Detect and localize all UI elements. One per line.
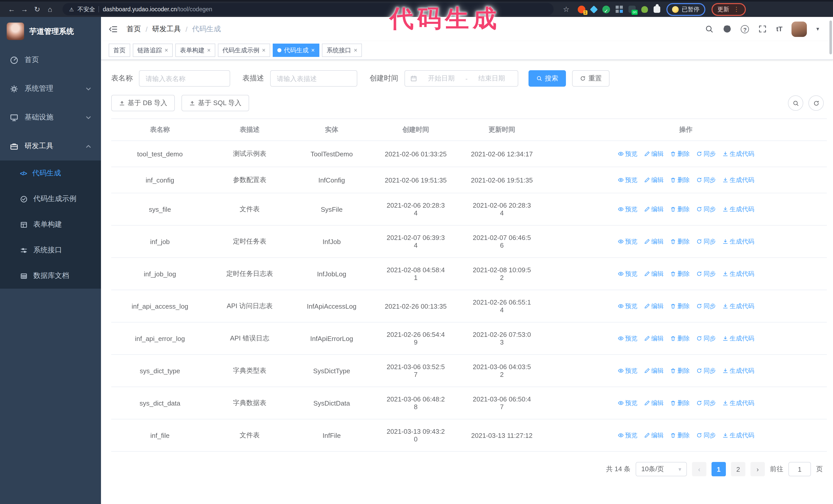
sidebar-item-system[interactable]: 系统管理	[0, 74, 101, 103]
preview-link[interactable]: 预览	[617, 175, 638, 184]
delete-link[interactable]: 删除	[670, 366, 690, 375]
generate-code-link[interactable]: 生成代码	[722, 237, 754, 246]
sidebar-item-infra[interactable]: 基础设施	[0, 103, 101, 132]
tab-codegen[interactable]: 代码生成×	[273, 44, 319, 57]
sync-link[interactable]: 同步	[696, 205, 716, 214]
import-sql-button[interactable]: 基于 SQL 导入	[182, 95, 249, 111]
breadcrumb-devtools[interactable]: 研发工具	[152, 24, 181, 33]
page-button-1[interactable]: 1	[712, 462, 726, 476]
sidebar-item-codegen-example[interactable]: 代码生成示例	[0, 186, 101, 212]
generate-code-link[interactable]: 生成代码	[722, 366, 754, 375]
prev-page-button[interactable]: ‹	[692, 462, 706, 476]
page-button-2[interactable]: 2	[731, 462, 745, 476]
preview-link[interactable]: 预览	[617, 431, 638, 440]
generate-code-link[interactable]: 生成代码	[722, 399, 754, 407]
collapse-sidebar-icon[interactable]	[109, 24, 118, 33]
delete-link[interactable]: 删除	[670, 399, 690, 407]
font-size-icon[interactable]: tT	[776, 25, 783, 33]
delete-link[interactable]: 删除	[670, 431, 690, 440]
goto-page-input[interactable]	[788, 462, 811, 476]
edit-link[interactable]: 编辑	[644, 269, 664, 278]
user-menu-caret-icon[interactable]: ▾	[816, 26, 819, 32]
preview-link[interactable]: 预览	[617, 237, 638, 246]
sync-link[interactable]: 同步	[696, 269, 716, 278]
extension-gem-icon[interactable]	[590, 5, 598, 13]
date-start-placeholder[interactable]: 开始日期	[420, 74, 462, 83]
extension-check-icon[interactable]: ✓	[602, 5, 610, 13]
sidebar-item-devtools[interactable]: 研发工具	[0, 132, 101, 161]
security-warning-icon[interactable]: ⚠	[69, 6, 74, 12]
page-size-select[interactable]: 10条/页 ▾	[636, 462, 687, 476]
generate-code-link[interactable]: 生成代码	[722, 175, 754, 184]
sync-link[interactable]: 同步	[696, 366, 716, 375]
update-button[interactable]: 更新 ⋮	[711, 3, 745, 16]
breadcrumb-home[interactable]: 首页	[127, 24, 141, 33]
search-icon[interactable]	[705, 25, 714, 33]
preview-link[interactable]: 预览	[617, 205, 638, 214]
delete-link[interactable]: 删除	[670, 302, 690, 310]
sync-link[interactable]: 同步	[696, 237, 716, 246]
sync-link[interactable]: 同步	[696, 302, 716, 310]
sync-link[interactable]: 同步	[696, 399, 716, 407]
delete-link[interactable]: 删除	[670, 269, 690, 278]
bookmark-star-icon[interactable]: ☆	[560, 5, 573, 13]
fullscreen-icon[interactable]	[758, 25, 767, 33]
table-name-input[interactable]	[139, 70, 230, 87]
delete-link[interactable]: 删除	[670, 237, 690, 246]
extension-switch-icon[interactable]: on	[628, 6, 636, 13]
reload-icon[interactable]: ↻	[31, 5, 44, 13]
github-icon[interactable]	[723, 25, 732, 33]
reset-button[interactable]: 重置	[572, 70, 610, 87]
date-range-picker[interactable]: 开始日期 - 结束日期	[404, 70, 518, 87]
delete-link[interactable]: 删除	[670, 175, 690, 184]
search-button[interactable]: 搜索	[528, 70, 566, 87]
close-icon[interactable]: ×	[165, 47, 168, 54]
edit-link[interactable]: 编辑	[644, 431, 664, 440]
sync-link[interactable]: 同步	[696, 334, 716, 343]
extension-grid-icon[interactable]	[616, 6, 623, 13]
delete-link[interactable]: 删除	[670, 205, 690, 214]
sync-link[interactable]: 同步	[696, 431, 716, 440]
next-page-button[interactable]: ›	[751, 462, 765, 476]
user-avatar[interactable]	[792, 21, 807, 37]
edit-link[interactable]: 编辑	[644, 205, 664, 214]
date-end-placeholder[interactable]: 结束日期	[471, 74, 513, 83]
import-db-button[interactable]: 基于 DB 导入	[111, 95, 175, 111]
preview-link[interactable]: 预览	[617, 302, 638, 310]
edit-link[interactable]: 编辑	[644, 237, 664, 246]
extensions-puzzle-icon[interactable]	[653, 6, 660, 13]
table-desc-input[interactable]	[270, 70, 357, 87]
edit-link[interactable]: 编辑	[644, 366, 664, 375]
generate-code-link[interactable]: 生成代码	[722, 302, 754, 310]
extension-icon[interactable]: 1	[578, 5, 586, 13]
preview-link[interactable]: 预览	[617, 399, 638, 407]
edit-link[interactable]: 编辑	[644, 399, 664, 407]
sidebar-item-system-api[interactable]: 系统接口	[0, 237, 101, 263]
home-icon[interactable]: ⌂	[44, 5, 56, 13]
edit-link[interactable]: 编辑	[644, 149, 664, 158]
sync-link[interactable]: 同步	[696, 175, 716, 184]
paused-badge[interactable]: 已暂停	[666, 3, 705, 16]
preview-link[interactable]: 预览	[617, 334, 638, 343]
close-icon[interactable]: ×	[354, 47, 357, 54]
tab-codegen-example[interactable]: 代码生成示例×	[218, 44, 270, 57]
delete-link[interactable]: 删除	[670, 149, 690, 158]
edit-link[interactable]: 编辑	[644, 302, 664, 310]
tab-system-api[interactable]: 系统接口×	[322, 44, 362, 57]
security-label[interactable]: 不安全	[77, 5, 95, 13]
edit-link[interactable]: 编辑	[644, 175, 664, 184]
toggle-search-button[interactable]	[788, 95, 803, 111]
generate-code-link[interactable]: 生成代码	[722, 205, 754, 214]
generate-code-link[interactable]: 生成代码	[722, 269, 754, 278]
close-icon[interactable]: ×	[311, 47, 315, 54]
sidebar-item-codegen[interactable]: </> 代码生成	[0, 161, 101, 186]
generate-code-link[interactable]: 生成代码	[722, 334, 754, 343]
tab-home[interactable]: 首页	[109, 44, 130, 57]
forward-icon[interactable]: →	[18, 5, 31, 13]
sidebar-item-db-doc[interactable]: 数据库文档	[0, 263, 101, 289]
delete-link[interactable]: 删除	[670, 334, 690, 343]
edit-link[interactable]: 编辑	[644, 334, 664, 343]
preview-link[interactable]: 预览	[617, 269, 638, 278]
sidebar-item-form-builder[interactable]: 表单构建	[0, 212, 101, 237]
sync-link[interactable]: 同步	[696, 149, 716, 158]
